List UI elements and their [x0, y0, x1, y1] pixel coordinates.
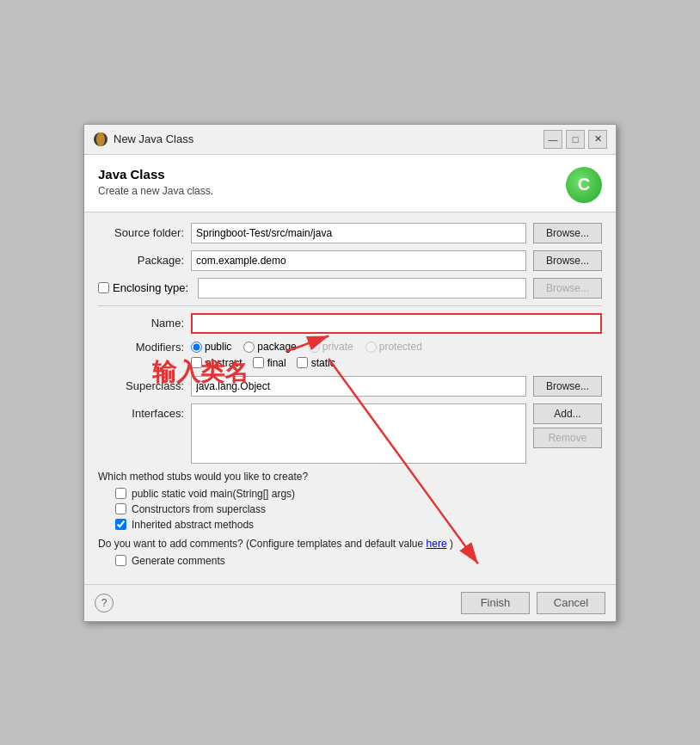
enclosing-label-group: Enclosing type: [98, 281, 191, 294]
comments-text: Do you want to add comments? (Configure … [98, 538, 427, 550]
enclosing-type-checkbox[interactable] [98, 282, 109, 293]
modifiers-row: Modifiers: public package private protec… [98, 341, 602, 354]
stub-main-checkbox[interactable] [115, 488, 126, 499]
comments-here-link[interactable]: here [427, 538, 447, 550]
stub-inherited-checkbox[interactable] [115, 519, 126, 530]
generate-comments-label: Generate comments [132, 555, 225, 567]
name-input[interactable] [191, 313, 602, 334]
logo-icon: C [566, 167, 602, 203]
minimize-button[interactable]: — [543, 130, 562, 149]
modifier-package[interactable]: package [243, 341, 296, 353]
source-folder-input[interactable] [191, 223, 526, 243]
interfaces-label: Interfaces: [98, 403, 184, 420]
title-bar: New Java Class — □ ✕ [84, 125, 616, 155]
finish-button[interactable]: Finish [461, 592, 530, 614]
title-controls: — □ ✕ [543, 130, 607, 149]
package-label: Package: [98, 254, 184, 267]
modifier-static[interactable]: static [297, 357, 335, 369]
interfaces-buttons: Add... Remove [533, 403, 602, 448]
comments-section: Do you want to add comments? (Configure … [98, 538, 602, 567]
modifier-private[interactable]: private [309, 341, 353, 353]
enclosing-type-label: Enclosing type: [113, 281, 188, 294]
eclipse-icon [93, 132, 108, 147]
maximize-button[interactable]: □ [566, 130, 585, 149]
modifier-protected[interactable]: protected [365, 341, 422, 353]
modifiers-radio-group: public package private protected [191, 341, 422, 353]
bottom-right: Finish Cancel [461, 592, 605, 614]
generate-comments-item: Generate comments [115, 555, 602, 567]
close-button[interactable]: ✕ [588, 130, 607, 149]
interfaces-box [191, 403, 526, 464]
modifier-abstract[interactable]: abstract [191, 357, 243, 369]
dialog-title: New Java Class [114, 132, 193, 145]
new-java-class-dialog: New Java Class — □ ✕ Java Class Create a… [83, 124, 617, 622]
source-folder-browse-button[interactable]: Browse... [533, 223, 602, 243]
bottom-bar: ? Finish Cancel [84, 584, 616, 621]
separator-1 [98, 305, 602, 306]
stub-constructor-item: Constructors from superclass [115, 503, 602, 515]
source-folder-row: Source folder: Browse... [98, 223, 602, 243]
enclosing-type-row: Enclosing type: Browse... [98, 278, 602, 299]
enclosing-type-browse-button[interactable]: Browse... [533, 278, 602, 299]
interfaces-remove-button[interactable]: Remove [533, 428, 602, 448]
superclass-input[interactable] [191, 376, 526, 397]
comments-line: Do you want to add comments? (Configure … [98, 538, 602, 550]
superclass-browse-button[interactable]: Browse... [533, 376, 602, 397]
stub-inherited-label: Inherited abstract methods [132, 519, 254, 531]
cancel-button[interactable]: Cancel [537, 592, 605, 614]
title-bar-left: New Java Class [93, 132, 193, 147]
superclass-row: Superclass: Browse... [98, 376, 602, 397]
stub-constructor-checkbox[interactable] [115, 503, 126, 514]
comments-suffix: ) [450, 538, 453, 550]
package-browse-button[interactable]: Browse... [533, 250, 602, 271]
stub-inherited-item: Inherited abstract methods [115, 519, 602, 531]
name-label: Name: [98, 317, 184, 329]
header-left: Java Class Create a new Java class. [98, 167, 213, 197]
generate-comments-checkbox[interactable] [115, 555, 126, 566]
help-button[interactable]: ? [95, 594, 114, 613]
stub-main-item: public static void main(String[] args) [115, 488, 602, 500]
interfaces-section: Interfaces: Add... Remove [98, 403, 602, 464]
source-folder-label: Source folder: [98, 226, 184, 239]
modifiers-label: Modifiers: [98, 341, 184, 354]
dialog-heading: Java Class [98, 167, 213, 182]
superclass-label: Superclass: [98, 379, 184, 392]
package-row: Package: Browse... [98, 250, 602, 271]
package-input[interactable] [191, 250, 526, 271]
method-stubs-section: Which method stubs would you like to cre… [98, 471, 602, 531]
name-row: Name: [98, 313, 602, 334]
header-section: Java Class Create a new Java class. C [84, 155, 616, 212]
method-stubs-title: Which method stubs would you like to cre… [98, 471, 602, 483]
enclosing-type-input[interactable] [198, 278, 526, 299]
svg-point-1 [96, 132, 105, 146]
interfaces-add-button[interactable]: Add... [533, 403, 602, 424]
modifier-public[interactable]: public [191, 341, 231, 353]
stub-constructor-label: Constructors from superclass [132, 503, 266, 515]
modifier-final[interactable]: final [253, 357, 286, 369]
modifiers-sub-row: abstract final static [191, 357, 602, 369]
stub-main-label: public static void main(String[] args) [132, 488, 295, 500]
dialog-description: Create a new Java class. [98, 185, 213, 197]
form-section: Source folder: Browse... Package: Browse… [84, 212, 616, 584]
